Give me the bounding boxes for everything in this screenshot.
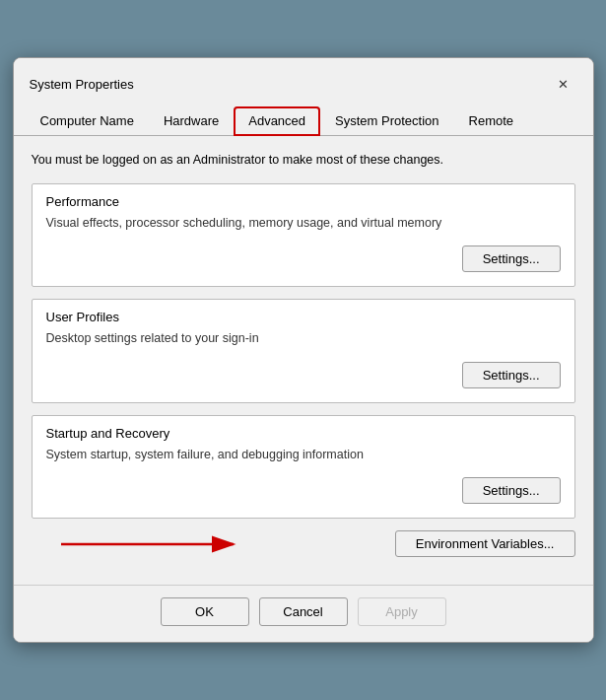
startup-recovery-section: Startup and Recovery System startup, sys… — [32, 415, 575, 520]
tabs-container: Computer Name Hardware Advanced System P… — [14, 98, 593, 136]
performance-title: Performance — [46, 194, 561, 209]
title-bar: System Properties ✕ — [14, 58, 593, 98]
arrow-icon — [51, 526, 248, 562]
startup-recovery-settings-button[interactable]: Settings... — [462, 477, 561, 504]
startup-recovery-description: System startup, system failure, and debu… — [46, 447, 561, 464]
performance-section: Performance Visual effects, processor sc… — [32, 183, 575, 288]
apply-button[interactable]: Apply — [358, 597, 446, 626]
performance-description: Visual effects, processor scheduling, me… — [46, 215, 561, 233]
env-variables-row: Environment Variables... — [32, 530, 575, 557]
system-properties-dialog: System Properties ✕ Computer Name Hardwa… — [13, 57, 594, 643]
startup-recovery-title: Startup and Recovery — [46, 426, 561, 441]
ok-button[interactable]: OK — [161, 597, 249, 626]
user-profiles-btn-row: Settings... — [46, 362, 561, 388]
close-icon: ✕ — [558, 77, 569, 92]
tab-advanced[interactable]: Advanced — [234, 106, 320, 136]
user-profiles-section: User Profiles Desktop settings related t… — [32, 299, 575, 403]
environment-variables-button[interactable]: Environment Variables... — [395, 530, 575, 557]
tab-computer-name[interactable]: Computer Name — [26, 106, 149, 136]
cancel-button[interactable]: Cancel — [259, 597, 348, 626]
user-profiles-description: Desktop settings related to your sign-in — [46, 330, 561, 348]
tab-system-protection[interactable]: System Protection — [320, 106, 454, 136]
startup-recovery-btn-row: Settings... — [46, 477, 561, 504]
tab-hardware[interactable]: Hardware — [149, 106, 234, 136]
content-area: You must be logged on as an Administrato… — [14, 136, 593, 585]
dialog-title: System Properties — [30, 77, 134, 92]
user-profiles-settings-button[interactable]: Settings... — [462, 362, 561, 388]
admin-note: You must be logged on as an Administrato… — [32, 152, 575, 170]
user-profiles-title: User Profiles — [46, 310, 561, 324]
performance-btn-row: Settings... — [46, 245, 561, 272]
tab-remote[interactable]: Remote — [454, 106, 529, 136]
performance-settings-button[interactable]: Settings... — [462, 245, 561, 272]
footer: OK Cancel Apply — [14, 585, 593, 642]
close-button[interactable]: ✕ — [550, 70, 577, 98]
